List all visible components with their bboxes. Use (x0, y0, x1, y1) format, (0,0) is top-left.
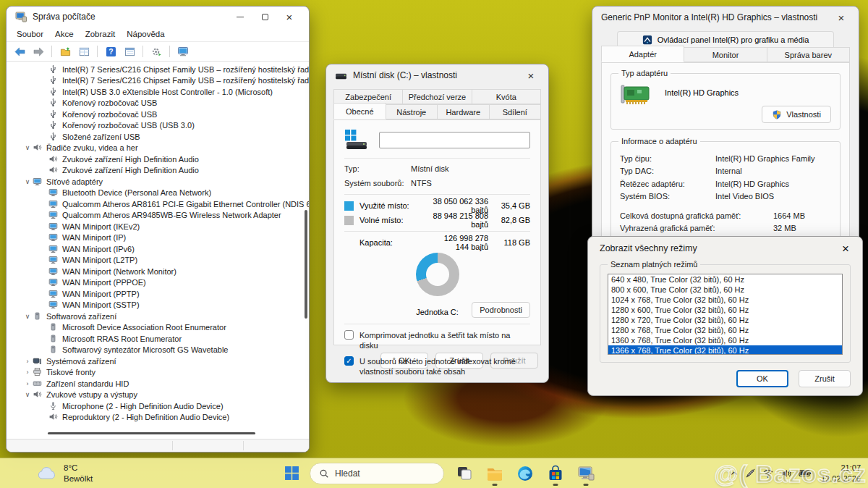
chevron-right-icon[interactable]: › (22, 358, 33, 365)
chevron-right-icon[interactable]: › (22, 380, 33, 387)
mode-list-item[interactable]: 800 x 600, True Color (32 bitů), 60 Hz (608, 285, 842, 295)
tab-zabezpe-en-[interactable]: Zabezpečení (333, 89, 403, 104)
tree-item[interactable]: WAN Miniport (PPTP) (7, 288, 309, 300)
forward-arrow-icon[interactable] (31, 45, 46, 58)
close-button[interactable]: × (277, 7, 302, 26)
mode-list-item[interactable]: 1024 x 768, True Color (32 bitů), 60 Hz (608, 295, 842, 305)
tree-item[interactable]: ›Systémová zařízení (7, 356, 309, 367)
ok-button[interactable]: OK (736, 370, 788, 387)
list-view-icon[interactable] (77, 45, 91, 58)
tree-item[interactable]: Složené zařízení USB (7, 131, 309, 143)
checkbox-unchecked[interactable] (344, 330, 354, 340)
tab-obecn-[interactable]: Obecné (333, 103, 386, 119)
maximize-button[interactable] (252, 7, 277, 26)
tree-item[interactable]: Microsoft RRAS Root Enumerator (7, 333, 309, 345)
tree-item[interactable]: Softwarový syntezátor Microsoft GS Wavet… (7, 345, 309, 356)
tree-item[interactable]: Zvukové zařízení High Definition Audio (7, 153, 309, 165)
gfx-titlebar[interactable]: Generic PnP Monitor a Intel(R) HD Graphi… (592, 7, 859, 28)
tab-p-edchoz-verze[interactable]: Předchozí verze (403, 89, 472, 104)
adapter-properties-button[interactable]: Vlastnosti (762, 106, 831, 123)
cancel-button[interactable]: Zrušit (799, 370, 851, 387)
tab-sd-len-[interactable]: Sdílení (490, 104, 542, 119)
tab-n-stroje[interactable]: Nástroje (386, 104, 438, 119)
tree-item[interactable]: Intel(R) 7 Series/C216 Chipset Family US… (7, 75, 309, 87)
menu-item-akce[interactable]: Akce (49, 30, 80, 38)
wifi-icon[interactable] (762, 468, 774, 479)
tab-kv-ta[interactable]: Kvóta (472, 89, 541, 104)
menu-item-nápověda[interactable]: Nápověda (121, 30, 170, 38)
chevron-down-icon[interactable]: ∨ (22, 313, 33, 320)
tree-item[interactable]: WAN Miniport (IKEv2) (7, 221, 309, 232)
menu-item-soubor[interactable]: Soubor (11, 30, 49, 38)
tree-item[interactable]: Bluetooth Device (Personal Area Network) (7, 188, 309, 199)
tree-item[interactable]: ∨Zvukové vstupy a výstupy (7, 390, 309, 401)
tree-item[interactable]: ∨Síťové adaptéry (7, 176, 309, 188)
tree-item[interactable]: Microsoft Device Association Root Enumer… (7, 322, 309, 334)
tree-item[interactable]: Intel(R) USB 3.0 eXtensible Host Control… (7, 86, 309, 98)
start-button[interactable] (281, 460, 302, 487)
tree-item[interactable]: WAN Miniport (L2TP) (7, 255, 309, 266)
chevron-down-icon[interactable]: ∨ (22, 144, 33, 151)
tree-item[interactable]: WAN Miniport (IP) (7, 232, 309, 244)
modes-titlebar[interactable]: Zobrazit všechny režimy × (588, 237, 862, 260)
horizontal-scrollbar[interactable] (48, 432, 255, 434)
close-icon[interactable]: × (831, 8, 851, 27)
tab-hardware[interactable]: Hardware (438, 104, 490, 119)
mode-list-item[interactable]: 1280 x 600, True Color (32 bitů), 60 Hz (608, 305, 842, 315)
search-box[interactable]: Hledat (310, 463, 444, 484)
tree-item[interactable]: Kořenový rozbočovač USB (USB 3.0) (7, 120, 309, 132)
tree-item[interactable]: Zvukové zařízení High Definition Audio (7, 165, 309, 177)
chevron-up-icon[interactable] (730, 469, 739, 478)
tab-intel-control-panel[interactable]: Ovládací panel Intel(R) pro grafiku a mé… (617, 31, 834, 47)
file-explorer-icon[interactable] (482, 460, 508, 487)
checkbox-row[interactable]: Komprimovat jednotku a šetřit tak místo … (344, 330, 530, 350)
edge-icon[interactable] (512, 460, 538, 487)
back-arrow-icon[interactable] (12, 45, 27, 58)
tree-item[interactable]: WAN Miniport (SSTP) (7, 300, 309, 311)
tree-item[interactable]: ›Zařízení standardu HID (7, 378, 309, 390)
computer-management-icon[interactable] (573, 460, 599, 487)
store-icon[interactable] (542, 460, 569, 487)
chevron-right-icon[interactable]: › (22, 369, 33, 376)
task-view-icon[interactable] (451, 460, 477, 487)
tree-item[interactable]: ∨Řadiče zvuku, videa a her (7, 143, 309, 154)
tree-item[interactable]: WAN Miniport (PPPOE) (7, 277, 309, 289)
mode-list-item[interactable]: 1280 x 720, True Color (32 bitů), 60 Hz (608, 315, 842, 325)
dm-titlebar[interactable]: Správa počítače × (7, 7, 309, 27)
pen-disabled-icon[interactable] (745, 468, 756, 479)
chevron-down-icon[interactable]: ∨ (22, 178, 33, 185)
tree-item[interactable]: Qualcomm Atheros AR9485WB-EG Wireless Ne… (7, 210, 309, 222)
tree-item[interactable]: Intel(R) 7 Series/C216 Chipset Family US… (7, 64, 309, 75)
volume-label-input[interactable] (379, 132, 530, 148)
mode-list-item[interactable]: 1280 x 768, True Color (32 bitů), 60 Hz (608, 325, 842, 335)
refresh-gear-icon[interactable] (149, 45, 163, 58)
close-icon[interactable]: × (836, 239, 855, 258)
weather-widget[interactable]: 8°C Bewölkt (36, 458, 93, 488)
chevron-down-icon[interactable]: ∨ (22, 391, 33, 398)
console-monitor-icon[interactable] (176, 45, 190, 58)
tab-spr-va-barev[interactable]: Správa barev (767, 47, 850, 62)
menu-item-zobrazit[interactable]: Zobrazit (80, 30, 122, 38)
tab-monitor[interactable]: Monitor (684, 47, 767, 62)
tree-item[interactable]: Microphone (2 - High Definition Audio De… (7, 400, 309, 412)
battery-icon[interactable] (799, 469, 812, 477)
help-icon[interactable]: ? (103, 45, 118, 58)
tree-item[interactable]: WAN Miniport (Network Monitor) (7, 266, 309, 277)
details-button[interactable]: Podrobnosti (472, 302, 530, 318)
tree-item[interactable]: ∨Softwarová zařízení (7, 311, 309, 322)
volume-icon[interactable] (780, 468, 792, 479)
tree-item[interactable]: Qualcomm Atheros AR8161 PCI-E Gigabit Et… (7, 198, 309, 210)
mode-list-item[interactable]: 1366 x 768, True Color (32 bitů), 60 Hz (608, 345, 842, 355)
export-icon[interactable] (58, 45, 72, 58)
window-list-icon[interactable] (122, 45, 137, 58)
tree-item[interactable]: Kořenový rozbočovač USB (7, 98, 309, 109)
mode-list-item[interactable]: 640 x 480, True Color (32 bitů), 60 Hz (608, 274, 842, 285)
checkbox-checked[interactable]: ✓ (344, 356, 354, 366)
tree-item[interactable]: Reproduktory (2 - High Definition Audio … (7, 412, 309, 424)
tree-item[interactable]: Kořenový rozbočovač USB (7, 109, 309, 120)
minimize-button[interactable] (228, 7, 252, 26)
clock[interactable]: 21:07 12.02.2026 (821, 463, 861, 484)
vertical-scrollbar[interactable] (305, 210, 307, 319)
tree-item[interactable]: WAN Miniport (IPv6) (7, 243, 309, 255)
modes-listbox[interactable]: 640 x 480, True Color (32 bitů), 60 Hz80… (608, 274, 843, 355)
